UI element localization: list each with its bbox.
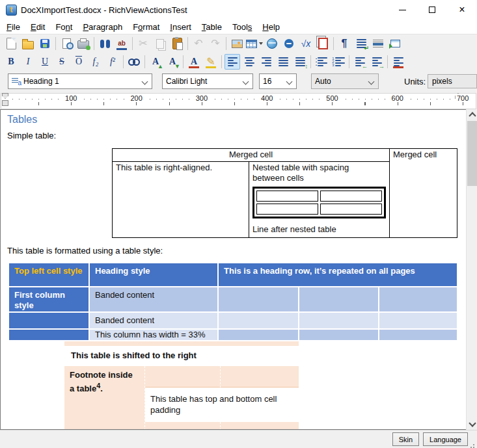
table-cell-merged-top: Merged cell — [113, 149, 390, 162]
new-document-icon[interactable] — [3, 36, 19, 51]
bold-icon[interactable]: B — [3, 54, 19, 70]
table-cell-right-aligned: This table is right-aligned. — [113, 162, 249, 237]
decrease-indent-icon[interactable]: ← — [352, 54, 368, 70]
chevron-down-icon — [243, 79, 249, 85]
bullet-list-icon[interactable]: • • • — [314, 54, 329, 70]
menu-table[interactable]: Table — [197, 21, 227, 33]
menu-insert[interactable]: Insert — [165, 21, 197, 33]
insert-symbol-icon[interactable] — [281, 36, 297, 51]
vertical-scrollbar[interactable] — [466, 109, 477, 430]
ruler: 100200300400500600700 — [0, 92, 477, 110]
cell-heading-style: Heading style — [90, 263, 217, 286]
ruler-number: 400 — [260, 94, 274, 102]
line-spacing-icon[interactable]: ↕ — [292, 54, 308, 70]
menu-edit[interactable]: Edit — [25, 21, 50, 33]
strikethrough-icon[interactable]: S — [54, 54, 70, 70]
chevron-down-icon — [469, 419, 476, 427]
app-window: t DocXImportTest.docx - RichViewActionsT… — [0, 0, 477, 448]
superscript-icon[interactable]: f² — [105, 54, 120, 70]
save-icon[interactable] — [37, 36, 53, 51]
skin-button[interactable]: Skin — [392, 432, 419, 446]
insert-table-icon[interactable] — [246, 36, 263, 51]
print-preview-icon[interactable] — [59, 36, 74, 51]
undo-icon: ↶ — [191, 36, 206, 51]
menu-help[interactable]: Help — [257, 21, 285, 33]
maximize-button[interactable] — [417, 0, 447, 20]
toolbar-separator — [123, 55, 124, 68]
open-icon[interactable] — [20, 36, 36, 51]
left-indent-marker[interactable] — [2, 100, 8, 106]
grow-font-icon[interactable]: A▲ — [148, 54, 163, 70]
style-combobox[interactable]: a Heading 1 — [8, 73, 152, 89]
title-bar: t DocXImportTest.docx - RichViewActionsT… — [0, 0, 477, 20]
print-icon[interactable] — [75, 36, 91, 51]
units-value-box[interactable]: pixels — [428, 74, 477, 88]
toolbar-separator — [187, 37, 188, 50]
language-button[interactable]: Language — [423, 432, 468, 446]
auto-combobox[interactable]: Auto — [311, 73, 379, 89]
highlight-icon[interactable]: ✎ — [203, 54, 219, 70]
scroll-up-button[interactable] — [467, 109, 477, 120]
scrollbar-thumb[interactable] — [467, 121, 477, 186]
paragraph-table-style: This table is formatted using a table st… — [7, 246, 163, 256]
page-break-icon[interactable] — [387, 36, 403, 51]
nested-cell — [256, 204, 318, 215]
font-color-icon[interactable]: A — [186, 54, 202, 70]
font-combobox[interactable]: Calibri Light — [162, 73, 253, 89]
find-icon[interactable] — [97, 36, 113, 51]
horizontal-line-icon[interactable] — [370, 36, 386, 51]
cell-empty — [379, 287, 457, 311]
align-right-icon[interactable] — [258, 54, 274, 70]
underline-icon[interactable]: U — [37, 54, 53, 70]
align-center-icon[interactable] — [241, 54, 257, 70]
subscript-icon[interactable]: f₂ — [88, 54, 103, 70]
cell-banded-1: Banded content — [90, 287, 217, 311]
align-left-icon[interactable] — [225, 54, 240, 70]
justify-icon[interactable] — [275, 54, 291, 70]
cell-empty — [9, 330, 89, 340]
cell-width-note: This column has width = 33% — [90, 330, 217, 340]
paragraph-shading-icon[interactable] — [390, 54, 406, 70]
menu-format[interactable]: Format — [128, 21, 165, 33]
increase-indent-icon[interactable]: → — [369, 54, 385, 70]
chevron-down-icon — [286, 79, 293, 85]
close-icon: × — [459, 5, 465, 15]
paste-icon[interactable] — [169, 36, 185, 51]
minimize-button[interactable] — [387, 0, 417, 20]
style-combobox-value: Heading 1 — [23, 77, 59, 86]
scroll-down-button[interactable] — [467, 419, 477, 430]
cell-empty — [299, 330, 378, 340]
replace-icon[interactable]: ab — [114, 36, 129, 51]
toolbar-separator — [55, 37, 56, 50]
menu-tools[interactable]: Tools — [227, 21, 257, 33]
italic-icon[interactable]: I — [20, 54, 36, 70]
toolbar-separator — [333, 37, 334, 50]
hyperlink-icon[interactable] — [264, 36, 280, 51]
line-break-icon[interactable]: ↵ — [353, 36, 369, 51]
resize-grip[interactable] — [473, 444, 474, 445]
menu-paragraph[interactable]: Paragraph — [77, 21, 128, 33]
formatting-marks-icon[interactable]: ¶ — [336, 36, 352, 51]
shrink-font-icon[interactable]: A▼ — [165, 54, 180, 70]
cell-empty — [219, 313, 298, 328]
font-size-combobox[interactable]: 16 — [259, 73, 297, 89]
glasses-icon[interactable] — [126, 54, 142, 70]
nested-cell — [320, 204, 382, 215]
menu-file[interactable]: File — [1, 21, 25, 33]
close-button[interactable]: × — [447, 0, 477, 20]
table-top-strip — [64, 341, 299, 346]
cell-heading-row: This is a heading row, it’s repeated on … — [219, 263, 457, 286]
toolbar-primary: ab✂↶↷√x¶↵ — [0, 34, 477, 53]
overline-icon[interactable]: O — [71, 54, 87, 70]
doc-heading-tables: Tables — [7, 114, 37, 125]
menu-font[interactable]: Font — [50, 21, 77, 33]
ruler-number: 500 — [325, 94, 339, 102]
numbered-list-icon[interactable]: 1 2 3 — [331, 54, 346, 70]
cell-padding-note: This table has top and bottom cell paddi… — [145, 388, 299, 422]
insert-image-icon[interactable] — [229, 36, 245, 51]
toolbar-separator — [144, 55, 145, 68]
document-area[interactable]: Tables Simple table: Merged cell Merged … — [0, 109, 466, 430]
equation-icon[interactable]: √x — [298, 36, 314, 51]
paste-special-icon[interactable] — [315, 36, 331, 51]
cell-empty — [221, 422, 299, 430]
